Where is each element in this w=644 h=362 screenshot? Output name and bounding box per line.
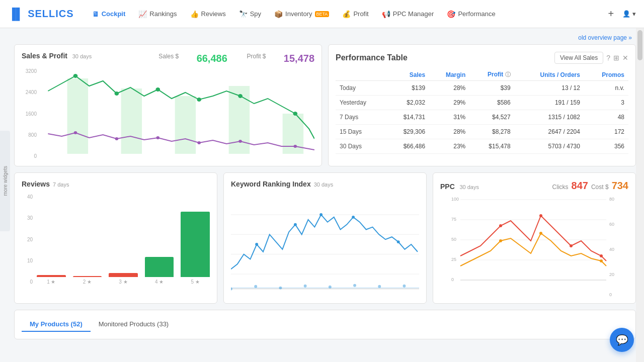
beta-badge: BETA: [315, 11, 330, 17]
ppc-cost-line: [460, 233, 606, 266]
performance-table-card: Performance Table View All Sales ? ⊞ ✕ S…: [328, 44, 636, 166]
svg-point-10: [293, 112, 297, 116]
sales-30days: $66,486: [386, 139, 429, 154]
rev-y-40: 40: [27, 194, 33, 200]
top-row: Sales & Profit 30 days Sales $ 66,486 Pr…: [14, 44, 636, 166]
kw-line: [231, 215, 418, 269]
svg-text:80: 80: [609, 197, 614, 202]
nav-item-reviews[interactable]: 👍 Reviews: [184, 7, 232, 21]
sales-profit-title: Sales & Profit: [22, 52, 67, 60]
add-button[interactable]: +: [603, 7, 618, 22]
ppc-subtitle: 30 days: [459, 184, 479, 190]
sales-stats: Sales $ 66,486 Profit $ 15,478: [158, 53, 314, 64]
svg-point-23: [294, 223, 297, 226]
table-row: 15 Days $29,306 28% $8,278 2647 / 2204 1…: [336, 125, 628, 139]
margin-30days: 23%: [429, 139, 469, 154]
svg-text:75: 75: [451, 217, 456, 222]
bar-3star-label: 3 ★: [119, 279, 127, 285]
profit-30days: $15,478: [469, 139, 514, 154]
svg-point-33: [378, 285, 381, 288]
sales-profit-card: Sales & Profit 30 days Sales $ 66,486 Pr…: [14, 44, 322, 166]
margin-7days: 31%: [429, 110, 469, 125]
nav-item-inventory[interactable]: 📦 Inventory BETA: [268, 7, 335, 21]
promos-7days: 48: [584, 110, 628, 125]
kw-chart-area: [231, 194, 419, 295]
table-row: Yesterday $2,032 29% $586 191 / 159 3: [336, 96, 628, 110]
reviews-chart-area: 40 30 20 10 0 1 ★ 2 ★: [22, 194, 210, 295]
profit-info-icon[interactable]: ⓘ: [505, 71, 511, 77]
kw-chart-svg: [231, 194, 419, 295]
profit-15days: $8,278: [469, 125, 514, 139]
nav-item-cockpit[interactable]: 🖥 Cockpit: [86, 7, 132, 21]
ppc-chart-svg: 100 75 50 25 0 80 60 40 20 0: [440, 196, 628, 296]
performance-icon: 🎯: [447, 10, 455, 18]
nav-right: + 👤 ▾: [603, 7, 636, 22]
my-products-tab[interactable]: My Products (52): [22, 317, 91, 332]
bar-5star: 5 ★: [181, 212, 210, 285]
units-30days: 5703 / 4730: [515, 139, 584, 154]
svg-text:0: 0: [609, 292, 612, 296]
grid-icon[interactable]: ⊞: [613, 54, 619, 62]
bar-5star-fill: [181, 212, 210, 277]
margin-15days: 28%: [429, 125, 469, 139]
svg-point-22: [255, 243, 258, 246]
svg-point-5: [73, 74, 78, 78]
svg-point-25: [352, 216, 355, 219]
nav-item-performance[interactable]: 🎯 Performance: [441, 7, 501, 21]
bar-1star: 1 ★: [37, 275, 66, 285]
reviews-icon: 👍: [190, 10, 199, 18]
sales-chart-svg: [40, 68, 314, 159]
svg-text:50: 50: [451, 237, 456, 242]
col-margin: Margin: [429, 69, 469, 81]
svg-rect-1: [121, 88, 142, 154]
period-yesterday: Yesterday: [336, 96, 386, 110]
svg-text:40: 40: [609, 247, 614, 252]
svg-point-8: [197, 98, 201, 102]
kw-subtitle: 30 days: [314, 182, 334, 188]
scroll-thumb[interactable]: [637, 30, 642, 60]
help-icon[interactable]: ?: [606, 54, 610, 62]
view-all-sales-button[interactable]: View All Sales: [554, 52, 603, 64]
promos-today: n.v.: [584, 81, 628, 96]
old-overview-link[interactable]: old overview page »: [14, 34, 636, 41]
svg-point-13: [156, 136, 160, 139]
svg-point-9: [238, 94, 243, 98]
svg-text:0: 0: [451, 277, 454, 282]
profit-label: Profit $: [247, 53, 266, 64]
profit-value: 15,478: [284, 53, 314, 64]
user-button[interactable]: 👤 ▾: [622, 10, 636, 18]
svg-text:100: 100: [451, 197, 459, 202]
perf-title: Performance Table: [336, 53, 408, 62]
bar-4star: 4 ★: [145, 257, 174, 285]
reviews-subtitle: 7 days: [53, 182, 69, 188]
profit-icon: 💰: [342, 10, 351, 18]
logo[interactable]: ▐▌ SELLICS: [8, 8, 74, 21]
close-icon[interactable]: ✕: [622, 54, 628, 62]
y-label-3200: 3200: [26, 68, 37, 74]
reviews-title: Reviews: [22, 180, 50, 188]
rev-y-20: 20: [27, 237, 33, 242]
y-label-800: 800: [28, 132, 37, 138]
profit-yesterday: $586: [469, 96, 514, 110]
svg-rect-0: [67, 78, 88, 154]
products-row: My Products (52) Monitored Products (33): [14, 310, 636, 339]
inventory-icon: 📦: [274, 10, 283, 18]
nav-item-profit[interactable]: 💰 Profit: [336, 7, 374, 21]
side-widgets-bar[interactable]: more widgets: [0, 131, 10, 231]
nav-item-spy[interactable]: 🔭 Spy: [233, 7, 267, 21]
ppc-title: PPC: [440, 183, 455, 191]
spy-icon: 🔭: [239, 10, 248, 18]
monitored-products-tab[interactable]: Monitored Products (33): [91, 317, 177, 332]
perf-header: Performance Table View All Sales ? ⊞ ✕: [336, 52, 628, 64]
col-sales: Sales: [386, 69, 429, 81]
nav-item-ppc-manager[interactable]: 📢 PPC Manager: [376, 7, 440, 21]
bar-2star-label: 2 ★: [83, 279, 92, 285]
svg-point-16: [294, 145, 297, 148]
right-scrollbar[interactable]: [636, 28, 644, 347]
col-units-orders: Units / Orders: [515, 69, 584, 81]
y-label-1600: 1600: [26, 111, 37, 117]
bar-2star: 2 ★: [73, 276, 102, 285]
margin-yesterday: 29%: [429, 96, 469, 110]
nav-item-rankings[interactable]: 📈 Rankings: [132, 7, 183, 21]
svg-text:20: 20: [609, 272, 614, 277]
